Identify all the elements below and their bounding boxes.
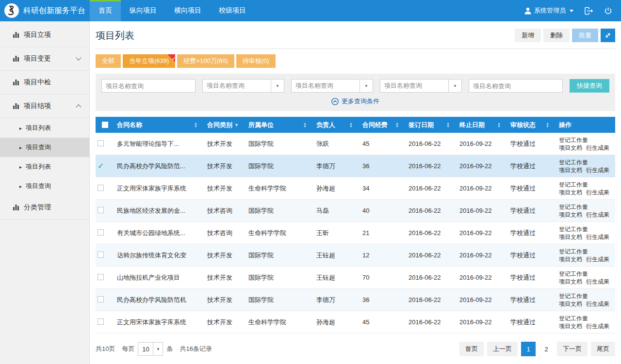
column-header[interactable]: 审核状态▲▼	[508, 121, 557, 129]
filter-tab[interactable]: 全部	[96, 54, 121, 68]
op-derived-results-link[interactable]: 衍生成果	[586, 301, 609, 307]
op-derived-results-link[interactable]: 衍生成果	[586, 144, 609, 151]
quick-search-button[interactable]: 快捷查询	[570, 79, 609, 93]
filter-tab[interactable]: 待审核(0)	[236, 54, 276, 68]
op-register-workload-link[interactable]: 登记工作量	[559, 248, 588, 255]
op-register-workload-link[interactable]: 登记工作量	[559, 204, 588, 210]
expand-button[interactable]	[601, 29, 615, 42]
op-derived-results-link[interactable]: 衍生成果	[586, 211, 609, 218]
sidebar-item[interactable]: ▸项目查询	[0, 138, 89, 157]
op-project-docs-link[interactable]: 项目文档	[559, 323, 582, 330]
sidebar-item[interactable]: ▸项目列表	[0, 118, 89, 138]
op-derived-results-link[interactable]: 衍生成果	[586, 234, 609, 240]
page-button[interactable]: 下一页	[557, 342, 588, 356]
sort-icon[interactable]: ▲▼	[546, 122, 549, 128]
op-project-docs-link[interactable]: 项目文档	[559, 234, 582, 240]
sidebar-item[interactable]: 项目结项	[0, 95, 89, 118]
op-project-docs-link[interactable]: 项目文档	[559, 144, 582, 151]
op-register-workload-link[interactable]: 登记工作量	[559, 159, 588, 166]
delete-button[interactable]: 删除	[543, 29, 570, 42]
filter-tab[interactable]: 经费>100万(60)	[177, 54, 234, 68]
nav-item[interactable]: 纵向项目	[121, 0, 165, 21]
sort-down-icon[interactable]: ▼	[234, 123, 239, 127]
table-row[interactable]: 有关城市公园绿地系统...技术咨询生命科学学院王昕212016-06-22201…	[96, 222, 615, 244]
op-derived-results-link[interactable]: 衍生成果	[586, 278, 609, 285]
column-header[interactable]: 终止日期▲▼	[458, 121, 508, 129]
select-all-checkbox[interactable]	[102, 122, 108, 128]
search-input[interactable]	[101, 79, 196, 93]
op-register-workload-link[interactable]: 登记工作量	[559, 315, 588, 322]
column-header[interactable]: 所属单位▲▼	[246, 121, 314, 129]
op-derived-results-link[interactable]: 衍生成果	[586, 189, 609, 196]
sidebar-item[interactable]: ▸项目查询	[0, 176, 89, 196]
op-register-workload-link[interactable]: 登记工作量	[559, 293, 588, 300]
op-register-workload-link[interactable]: 登记工作量	[559, 137, 588, 143]
column-header[interactable]: 签订日期▲▼	[407, 121, 458, 129]
sort-icon[interactable]: ▲▼	[349, 122, 353, 128]
op-project-docs-link[interactable]: 项目文档	[559, 211, 582, 218]
op-derived-results-link[interactable]: 衍生成果	[586, 167, 609, 174]
power-icon[interactable]	[604, 7, 612, 15]
more-conditions-link[interactable]: 更多查询条件	[101, 93, 609, 109]
column-header[interactable]: 合同名称▲▼	[115, 121, 205, 129]
row-checkbox[interactable]	[98, 296, 104, 302]
op-project-docs-link[interactable]: 项目文档	[559, 189, 582, 196]
row-checkbox[interactable]	[98, 318, 104, 325]
op-register-workload-link[interactable]: 登记工作量	[559, 181, 588, 188]
page-button[interactable]: 上一页	[487, 342, 518, 356]
sort-icon[interactable]: ▲▼	[194, 122, 197, 128]
op-project-docs-link[interactable]: 项目文档	[559, 278, 582, 285]
op-project-docs-link[interactable]: 项目文档	[559, 256, 582, 263]
sort-icon[interactable]: ▲▼	[446, 122, 450, 128]
op-register-workload-link[interactable]: 登记工作量	[559, 270, 588, 277]
sidebar-item[interactable]: 项目立项	[0, 23, 89, 47]
op-project-docs-link[interactable]: 项目文档	[559, 301, 582, 307]
row-checkbox[interactable]	[98, 274, 104, 280]
row-checkbox[interactable]	[98, 229, 104, 236]
search-select[interactable]: 项目名称查询▼	[291, 79, 373, 93]
op-derived-results-link[interactable]: 衍生成果	[586, 323, 609, 330]
table-row[interactable]: 正文用宋体家族字库系统技术开发生命科学学院孙海超342016-06-222016…	[96, 177, 615, 200]
sort-icon[interactable]: ▲▼	[395, 122, 399, 128]
batch-button[interactable]: 批量	[572, 29, 598, 42]
page-button[interactable]: 2	[539, 342, 554, 356]
sidebar-item[interactable]: ▸项目列表	[0, 157, 89, 176]
add-button[interactable]: 新增	[515, 29, 541, 42]
op-register-workload-link[interactable]: 登记工作量	[559, 226, 588, 233]
table-row[interactable]: 民办高校办学风险防范机技术开发国际学院李德万362016-06-222016-0…	[96, 289, 615, 311]
filter-tab[interactable]: 当年立项(639)✓	[123, 54, 175, 68]
table-row[interactable]: 民族地区经济发展的金...技术咨询国际学院马磊402016-06-222016-…	[96, 200, 615, 222]
search-select[interactable]: 项目名称查询▼	[380, 79, 462, 93]
table-row[interactable]: 多元智能理论指导下...技术开发国际学院张跃452016-06-222016-0…	[96, 133, 615, 155]
op-project-docs-link[interactable]: 项目文档	[559, 167, 582, 174]
search-input[interactable]	[469, 79, 563, 93]
search-select[interactable]: 项目名称查询▼	[202, 79, 284, 93]
sort-icon[interactable]: ▲▼	[303, 122, 307, 128]
sidebar-item[interactable]: 分类管理	[0, 196, 89, 220]
column-header[interactable]: 合同类别▼	[205, 121, 246, 129]
page-button[interactable]: 1	[521, 342, 536, 356]
sidebar-item[interactable]: 项目变更	[0, 47, 89, 71]
nav-item[interactable]: 首页	[90, 0, 121, 21]
user-menu[interactable]: 系统管理员	[524, 6, 573, 15]
page-button[interactable]: 尾页	[591, 342, 615, 356]
nav-item[interactable]: 横向项目	[165, 0, 210, 21]
sort-icon[interactable]: ▲▼	[497, 122, 501, 128]
op-derived-results-link[interactable]: 衍生成果	[586, 256, 609, 263]
page-size-select[interactable]: 10 ▼	[138, 342, 163, 356]
nav-item[interactable]: 校级项目	[210, 0, 255, 21]
page-button[interactable]: 首页	[459, 342, 484, 356]
row-checkbox[interactable]	[98, 140, 104, 146]
table-row[interactable]: 达斡尔族传统体育文化变技术开发国际学院王钰超122016-06-222016-0…	[96, 244, 615, 267]
column-header[interactable]: 合同经费▲▼	[360, 121, 407, 129]
row-checkbox[interactable]	[98, 252, 104, 258]
column-header[interactable]: 负责人▲▼	[314, 121, 360, 129]
table-row[interactable]: ✓民办高校办学风险防范...技术开发国际学院李德万362016-06-22201…	[96, 155, 615, 177]
row-checkbox[interactable]	[98, 185, 104, 191]
row-checkbox[interactable]	[98, 207, 104, 213]
table-row[interactable]: 山地拖拉机产业化项目技术开发国际学院王钰超702016-06-222016-09…	[96, 267, 615, 289]
logout-icon[interactable]	[584, 7, 593, 15]
sidebar-item[interactable]: 项目中检	[0, 71, 89, 95]
column-header[interactable]: 操作	[557, 121, 615, 129]
table-row[interactable]: 正文用宋体家族字库系统技术开发生命科学学院孙海超452016-06-222016…	[96, 311, 615, 333]
